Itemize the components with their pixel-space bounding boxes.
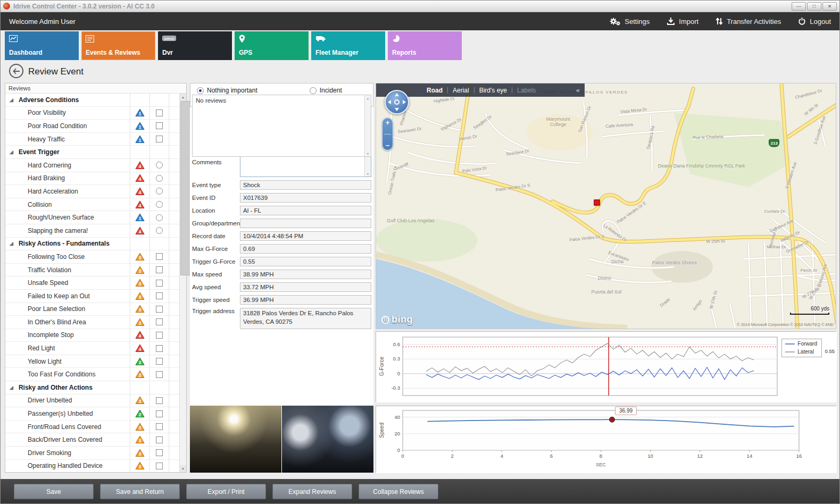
- review-item-checkbox[interactable]: [156, 122, 163, 129]
- review-item-checkbox[interactable]: [156, 423, 163, 430]
- review-item-checkbox[interactable]: [156, 332, 163, 339]
- tab-gps[interactable]: GPS: [235, 31, 309, 60]
- review-item-checkbox[interactable]: [156, 280, 163, 287]
- review-item-checkbox[interactable]: [156, 371, 163, 378]
- collapse-expander-icon[interactable]: ◢: [10, 149, 13, 155]
- review-item-row[interactable]: Driver Unbelted3: [5, 394, 180, 408]
- review-item-checkbox[interactable]: [156, 110, 163, 116]
- map-view-bird-s-eye-button[interactable]: Bird's eye: [475, 87, 512, 94]
- collapse-reviews-button[interactable]: Collapse Reviews: [359, 484, 438, 499]
- review-item-checkbox[interactable]: [156, 306, 163, 313]
- save-and-return-button[interactable]: Save and Return: [100, 484, 180, 499]
- review-item-checkbox[interactable]: [156, 253, 163, 260]
- review-item-checkbox[interactable]: [156, 266, 163, 273]
- scroll-up-icon[interactable]: ▲: [365, 95, 371, 101]
- tab-fleet-manager[interactable]: Fleet Manager: [311, 31, 385, 60]
- review-item-checkbox[interactable]: [156, 410, 163, 417]
- map-view-labels-button[interactable]: Labels: [512, 87, 540, 94]
- tab-dashboard[interactable]: Dashboard: [5, 31, 79, 60]
- scroll-down-icon[interactable]: ▼: [365, 171, 371, 177]
- map-view-road-button[interactable]: Road: [422, 87, 447, 94]
- minimize-button[interactable]: —: [792, 2, 806, 11]
- review-item-row[interactable]: Hard Acceleration4: [5, 185, 180, 198]
- review-item-radio[interactable]: [156, 188, 163, 195]
- review-item-row[interactable]: Red Light4: [5, 342, 180, 355]
- review-group-row[interactable]: ◢Event Trigger: [5, 146, 180, 159]
- incident-radio[interactable]: [310, 87, 317, 94]
- review-item-radio[interactable]: [156, 201, 163, 208]
- review-item-radio[interactable]: [156, 175, 163, 182]
- collapse-expander-icon[interactable]: ◢: [10, 385, 13, 390]
- tab-reports[interactable]: Reports: [388, 31, 462, 60]
- review-item-row[interactable]: In Other's Blind Area3: [5, 316, 180, 329]
- review-item-row[interactable]: Traffic Violation3: [5, 264, 180, 277]
- review-item-row[interactable]: Passenger(s) Unbelted2: [5, 407, 180, 421]
- transfer-activities-button[interactable]: Transfer Activities: [716, 17, 781, 26]
- review-item-checkbox[interactable]: [156, 449, 163, 456]
- review-item-row[interactable]: Driver Smoking3: [5, 447, 180, 460]
- review-item-row[interactable]: Following Too Close3: [5, 250, 180, 264]
- map-panel[interactable]: EAST RANCHO PALOS VERDESMarymount Colleg…: [376, 83, 836, 329]
- review-item-row[interactable]: Unsafe Speed3: [5, 276, 180, 290]
- review-group-row[interactable]: ◢Adverse Conditions: [5, 94, 180, 107]
- collapse-expander-icon[interactable]: ◢: [10, 241, 13, 246]
- collapse-expander-icon[interactable]: ◢: [10, 97, 13, 103]
- maximize-button[interactable]: □: [807, 2, 821, 11]
- driver-camera-thumbnail[interactable]: [282, 406, 373, 473]
- review-item-checkbox[interactable]: [156, 292, 163, 299]
- review-item-radio[interactable]: [156, 227, 163, 234]
- map-pan-control[interactable]: [385, 90, 409, 114]
- review-item-row[interactable]: Collision4: [5, 198, 180, 212]
- review-item-row[interactable]: Poor Visibility1: [5, 107, 180, 120]
- map-toolbar-collapse-button[interactable]: «: [576, 86, 585, 94]
- zoom-in-button[interactable]: +: [386, 119, 390, 126]
- settings-button[interactable]: Settings: [610, 17, 650, 26]
- scroll-down-icon[interactable]: ▼: [365, 150, 371, 156]
- tab-events-reviews[interactable]: Events & Reviews: [81, 31, 155, 60]
- close-button[interactable]: ✕: [822, 2, 837, 11]
- review-item-row[interactable]: Yellow Light2: [5, 355, 180, 368]
- history-scrollbar[interactable]: ▲ ▼: [364, 95, 371, 156]
- review-item-checkbox[interactable]: [156, 345, 163, 352]
- review-item-row[interactable]: Failed to Keep an Out3: [5, 290, 180, 303]
- review-group-row[interactable]: ◢Risky Actions - Fundamentals: [5, 238, 180, 251]
- review-item-radio[interactable]: [156, 214, 163, 221]
- save-button[interactable]: Save: [14, 484, 94, 499]
- reviews-scrollbar[interactable]: ▲ ▼: [179, 94, 186, 472]
- review-item-row[interactable]: Operating Handled Device3: [5, 460, 180, 472]
- review-item-row[interactable]: Slapping the camera!4: [5, 224, 180, 238]
- review-item-checkbox[interactable]: [156, 463, 163, 469]
- review-item-row[interactable]: Hard Cornering4: [5, 159, 180, 172]
- export-print-button[interactable]: Export / Print: [186, 484, 266, 499]
- tab-dvr[interactable]: iDRIVEDvr: [158, 31, 232, 60]
- back-button[interactable]: [9, 64, 23, 78]
- review-item-row[interactable]: Heavy Traffic1: [5, 133, 180, 146]
- review-item-row[interactable]: Poor Road Condition1: [5, 120, 180, 133]
- front-camera-thumbnail[interactable]: [190, 406, 281, 473]
- scroll-down-icon[interactable]: ▼: [180, 465, 186, 472]
- review-item-checkbox[interactable]: [156, 358, 163, 365]
- review-item-checkbox[interactable]: [156, 318, 163, 325]
- import-button[interactable]: Import: [667, 17, 698, 26]
- review-item-row[interactable]: Back/Driver Lens Covered3: [5, 433, 180, 447]
- review-group-row[interactable]: ◢Risky and Other Actions: [5, 381, 180, 394]
- review-item-row[interactable]: Too Fast For Conditions3: [5, 368, 180, 381]
- review-item-radio[interactable]: [156, 162, 163, 169]
- zoom-out-button[interactable]: −: [386, 142, 390, 149]
- review-item-checkbox[interactable]: [156, 397, 163, 404]
- logout-button[interactable]: Logout: [798, 17, 831, 26]
- reviews-history-list[interactable]: No reviews ▲ ▼: [192, 95, 371, 157]
- review-item-row[interactable]: Hard Braking4: [5, 172, 180, 186]
- review-item-row[interactable]: Poor Lane Selection3: [5, 303, 180, 316]
- scroll-up-icon[interactable]: ▲: [180, 94, 186, 100]
- review-item-row[interactable]: Incomplete Stop4: [5, 329, 180, 342]
- review-item-row[interactable]: Front/Road Lens Covered3: [5, 421, 180, 434]
- review-item-row[interactable]: Rough/Uneven Surface1: [5, 211, 180, 224]
- map-view-aerial-button[interactable]: Aerial: [448, 87, 474, 94]
- nothing-important-radio[interactable]: [197, 87, 204, 94]
- event-location-marker[interactable]: [594, 199, 600, 205]
- expand-reviews-button[interactable]: Expand Reviews: [272, 484, 352, 499]
- review-item-checkbox[interactable]: [156, 136, 163, 142]
- map-zoom-control[interactable]: + −: [382, 117, 393, 150]
- review-item-checkbox[interactable]: [156, 436, 163, 443]
